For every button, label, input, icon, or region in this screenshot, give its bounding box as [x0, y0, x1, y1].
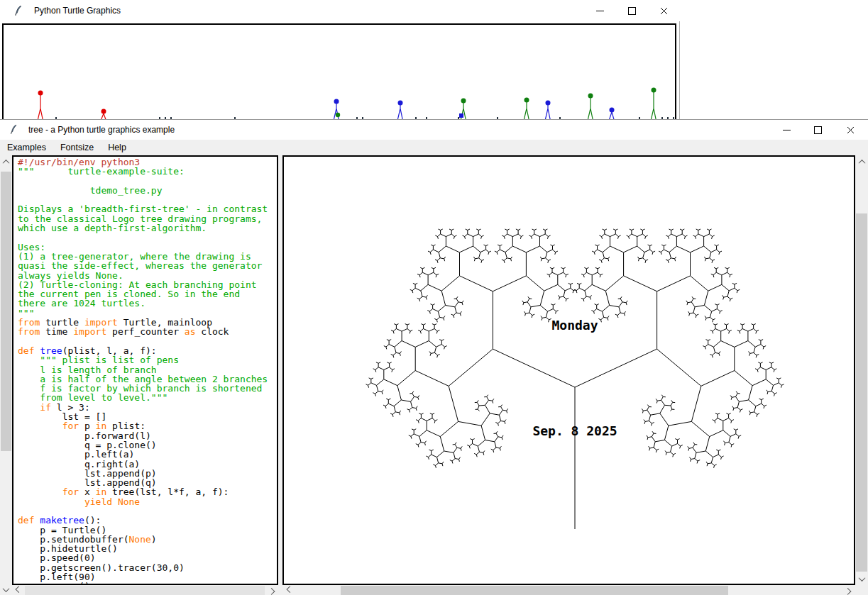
code-line: p.left(a) — [18, 450, 268, 459]
fractal-tree-path — [366, 229, 784, 529]
code-line: l is length of branch — [18, 365, 268, 374]
turtle-figure-head — [398, 101, 403, 106]
maximize-icon[interactable] — [806, 121, 829, 138]
turtle-figure-head — [38, 91, 43, 96]
python-feather-icon — [13, 5, 23, 19]
code-line: p.hideturtle() — [18, 544, 268, 553]
code-line — [18, 506, 268, 516]
menu-examples[interactable]: Examples — [0, 140, 53, 155]
scroll-left-icon[interactable] — [13, 585, 24, 595]
fractal-tree-drawing: MondaySep. 8 2025 — [284, 157, 854, 584]
canvas-text-label: Monday — [551, 318, 598, 333]
code-line: Displays a 'breadth-first-tree' - in con… — [18, 204, 268, 213]
code-line: p.getscreen().tracer(30,0) — [18, 563, 268, 572]
code-line: """ — [18, 308, 268, 318]
close-icon[interactable] — [839, 121, 862, 138]
code-line: which use a depth-first-algorithm. — [18, 223, 268, 233]
turtle-canvas[interactable]: MondaySep. 8 2025 — [282, 155, 855, 585]
source-code: #!/usr/bin/env python3""" turtle-example… — [18, 157, 268, 585]
menubar: Examples Fontsize Help — [0, 140, 868, 155]
code-line: lst = [] — [18, 412, 268, 421]
tree-window-titlebar[interactable]: tree - a Python turtle graphics example — [0, 120, 868, 140]
desktop: Python Turtle Graphics tree - a Python t… — [0, 0, 868, 595]
turtle-figure — [588, 96, 593, 119]
code-line: p.left(90) — [18, 572, 268, 582]
turtle-figure-square — [459, 113, 463, 118]
canvas-hscrollbar-thumb[interactable] — [341, 586, 728, 595]
code-line: for x in tree(lst, l*f, a, f): — [18, 487, 268, 496]
menu-fontsize[interactable]: Fontsize — [53, 140, 101, 155]
code-line: #!/usr/bin/env python3 — [18, 157, 268, 167]
code-line: from level to level.""" — [18, 393, 268, 402]
code-vscrollbar-thumb[interactable] — [1, 172, 11, 451]
turtle-figure — [524, 100, 529, 119]
code-line: always yields None. — [18, 271, 268, 280]
turtle-figure-head — [588, 94, 593, 99]
code-line — [18, 177, 268, 186]
code-line: p = Turtle() — [18, 526, 268, 535]
scroll-down-icon[interactable] — [855, 574, 868, 584]
code-line: there are 1024 turtles. — [18, 299, 268, 308]
code-line: lst.append(q) — [18, 478, 268, 487]
canvas-text-label: Sep. 8 2025 — [532, 423, 617, 438]
background-turtle-drawing — [4, 25, 675, 119]
code-hscrollbar-thumb[interactable] — [25, 586, 265, 595]
code-line: def tree(plist, l, a, f): — [18, 346, 268, 355]
turtle-figure-head — [546, 101, 551, 106]
code-line: p.setundobuffer(None) — [18, 535, 268, 544]
python-feather-icon — [9, 124, 18, 138]
turtle-figure-dot — [336, 113, 340, 117]
code-line: yield None — [18, 497, 268, 506]
code-line: (2) Turtle-cloning: At each branching po… — [18, 280, 268, 289]
background-turtle-canvas — [2, 23, 676, 119]
maximize-icon[interactable] — [620, 2, 643, 19]
code-line: a is half of the angle between 2 branche… — [18, 374, 268, 384]
code-line: the current pen is cloned. So in the end — [18, 289, 268, 299]
code-line: Uses: — [18, 243, 268, 252]
turtle-figure-head — [461, 99, 466, 104]
code-line: def maketree(): — [18, 516, 268, 525]
tree-example-window: tree - a Python turtle graphics example … — [0, 119, 868, 595]
background-window-title: Python Turtle Graphics — [34, 6, 121, 16]
scroll-up-icon[interactable] — [0, 157, 12, 167]
scrollbar-corner — [855, 585, 868, 595]
code-line: for p in plist: — [18, 421, 268, 430]
close-icon[interactable] — [652, 2, 675, 19]
code-line: f is factor by which branch is shortened — [18, 384, 268, 393]
code-vscrollbar[interactable] — [0, 155, 12, 595]
scroll-right-icon[interactable] — [842, 585, 853, 595]
scroll-down-icon[interactable] — [0, 584, 12, 595]
minimize-icon[interactable] — [588, 2, 611, 19]
code-line: q = p.clone() — [18, 440, 268, 450]
tree-window-title: tree - a Python turtle graphics example — [28, 125, 175, 135]
code-hscrollbar[interactable] — [12, 585, 278, 595]
canvas-hscrollbar[interactable] — [282, 585, 855, 595]
background-window-titlebar[interactable]: Python Turtle Graphics — [0, 0, 680, 21]
turtle-figure-head — [334, 99, 339, 104]
scroll-right-icon[interactable] — [266, 585, 277, 595]
code-line: tdemo_tree.py — [18, 186, 268, 195]
turtle-figure — [651, 90, 657, 119]
code-line — [18, 195, 268, 204]
turtle-figure-head — [101, 109, 106, 114]
code-line: (1) a tree-generator, where the drawing … — [18, 252, 268, 261]
code-line: from turtle import Turtle, mainloop — [18, 318, 268, 327]
code-line: quasi the side-effect, whereas the gener… — [18, 261, 268, 270]
canvas-vscrollbar-thumb[interactable] — [856, 213, 867, 572]
code-line — [18, 233, 268, 242]
canvas-vscrollbar[interactable] — [855, 155, 868, 585]
turtle-figure-head — [652, 88, 657, 93]
code-viewer[interactable]: #!/usr/bin/env python3""" turtle-example… — [12, 155, 278, 585]
code-line: q.right(a) — [18, 460, 268, 469]
menu-help[interactable]: Help — [101, 140, 133, 155]
turtle-figure-head — [524, 98, 529, 103]
code-line: to the classical Logo tree drawing progr… — [18, 214, 268, 223]
code-line: from time import perf_counter as clock — [18, 327, 268, 336]
scroll-up-icon[interactable] — [855, 157, 868, 167]
code-line: """ turtle-example-suite: — [18, 167, 268, 176]
minimize-icon[interactable] — [775, 121, 798, 138]
code-line: lst.append(p) — [18, 469, 268, 478]
code-line — [18, 337, 268, 346]
scroll-left-icon[interactable] — [285, 585, 295, 595]
code-line: if l > 3: — [18, 403, 268, 412]
